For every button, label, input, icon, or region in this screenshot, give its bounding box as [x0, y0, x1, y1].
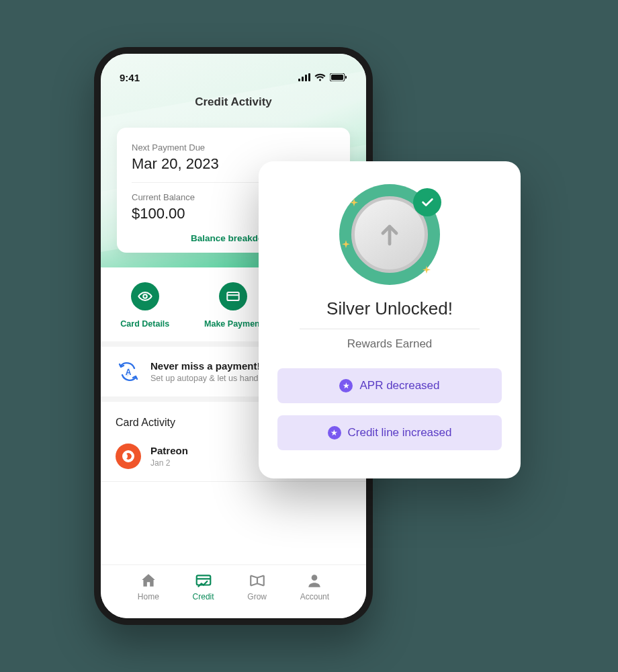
svg-rect-3: [308, 73, 310, 81]
status-bar: 9:41: [101, 54, 366, 89]
autopay-icon: A: [116, 359, 141, 384]
status-indicators: [298, 73, 347, 81]
patreon-icon: [116, 444, 141, 469]
txn-name: Patreon: [150, 445, 188, 456]
sparkle-icon: [341, 239, 351, 250]
reward-apr-label: APR decreased: [359, 379, 439, 392]
svg-rect-1: [302, 77, 304, 81]
cellular-icon: [298, 73, 310, 81]
next-payment-label: Next Payment Due: [132, 142, 219, 153]
battery-icon: [330, 73, 347, 81]
autopay-sub: Set up autopay & let us handle it.: [150, 374, 273, 383]
reward-credit-line[interactable]: ★ Credit line increased: [277, 415, 502, 450]
svg-rect-8: [228, 292, 239, 300]
reward-popup: Silver Unlocked! Rewards Earned ★ APR de…: [259, 161, 521, 478]
card-details-button[interactable]: Card Details: [101, 282, 189, 329]
svg-text:A: A: [126, 368, 132, 377]
balance-label: Current Balance: [132, 192, 195, 202]
svg-rect-6: [345, 76, 347, 79]
make-payment-label: Make Payment: [204, 319, 263, 329]
page-title: Credit Activity: [101, 89, 366, 109]
card-details-label: Card Details: [120, 319, 169, 329]
svg-rect-11: [196, 575, 210, 585]
svg-rect-5: [331, 75, 343, 80]
svg-rect-2: [305, 75, 307, 81]
popup-title: Silver Unlocked!: [277, 298, 502, 319]
sparkle-icon: [421, 265, 432, 276]
svg-rect-0: [298, 79, 300, 81]
nav-grow-label: Grow: [247, 592, 267, 601]
nav-home-label: Home: [138, 592, 159, 601]
nav-credit[interactable]: Credit: [193, 572, 214, 612]
eye-icon: [131, 282, 159, 310]
medal-graphic: [339, 184, 440, 285]
star-icon: ★: [339, 379, 353, 392]
nav-account-label: Account: [300, 592, 329, 601]
reward-credit-label: Credit line increased: [348, 426, 452, 439]
wifi-icon: [314, 73, 326, 81]
txn-date: Jan 2: [150, 458, 170, 468]
popup-divider: [300, 329, 479, 329]
reward-apr[interactable]: ★ APR decreased: [277, 368, 502, 403]
svg-point-7: [143, 294, 147, 298]
balance-value: $100.00: [132, 205, 195, 222]
next-payment-value: Mar 20, 2023: [132, 155, 219, 173]
card-icon: [219, 282, 247, 310]
popup-subtitle: Rewards Earned: [277, 337, 502, 351]
nav-credit-label: Credit: [193, 592, 214, 601]
bottom-nav: Home Credit Grow Account: [101, 564, 366, 618]
nav-account[interactable]: Account: [300, 572, 329, 612]
star-icon: ★: [328, 426, 341, 439]
sparkle-icon: [349, 198, 359, 208]
autopay-title: Never miss a payment!: [150, 360, 273, 372]
nav-home[interactable]: Home: [138, 572, 159, 612]
nav-grow[interactable]: Grow: [247, 572, 267, 612]
check-badge-icon: [413, 188, 441, 216]
svg-point-13: [312, 575, 318, 581]
status-time: 9:41: [120, 72, 140, 83]
